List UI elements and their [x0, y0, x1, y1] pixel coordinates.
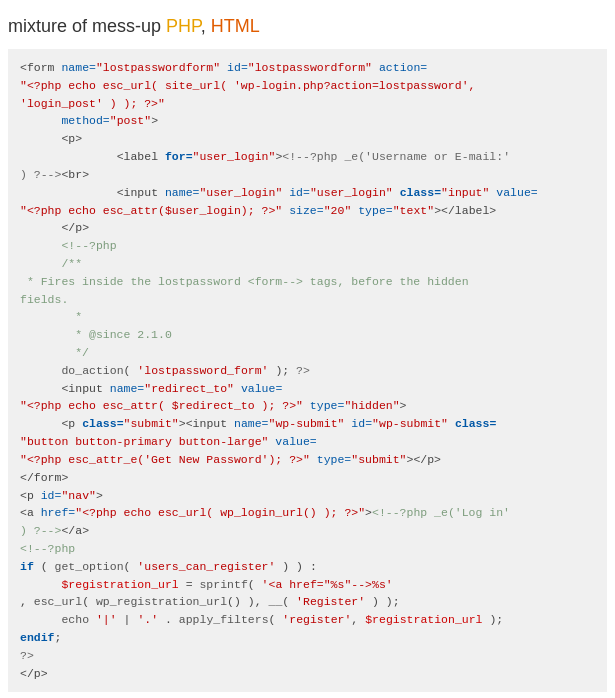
code-line: <p class="submit"><input name="wp-submit…: [20, 415, 595, 433]
code-line: <input name="user_login" id="user_login"…: [20, 184, 595, 202]
code-line: <!--?php: [20, 540, 595, 558]
code-line: $registration_url = sprintf( '<a href="%…: [20, 576, 595, 594]
code-line: do_action( 'lostpassword_form' ); ?>: [20, 362, 595, 380]
php-label: PHP: [166, 16, 201, 36]
code-line: * Fires inside the lostpassword <form-->…: [20, 273, 595, 291]
code-line: 'login_post' ) ); ?>": [20, 95, 595, 113]
code-line: , esc_url( wp_registration_url() ), __( …: [20, 593, 595, 611]
code-block: <form name="lostpasswordform" id="lostpa…: [8, 49, 607, 692]
code-line: <a href="<?php echo esc_url( wp_login_ur…: [20, 504, 595, 522]
code-line: ) ?--></a>: [20, 522, 595, 540]
code-line: <p id="nav">: [20, 487, 595, 505]
page-title: mixture of mess-up PHP, HTML: [8, 16, 607, 37]
code-line: <form name="lostpasswordform" id="lostpa…: [20, 59, 595, 77]
code-line: <p>: [20, 130, 595, 148]
html-label: HTML: [211, 16, 260, 36]
code-line: </p>: [20, 665, 595, 683]
code-line: method="post">: [20, 112, 595, 130]
code-line: * @since 2.1.0: [20, 326, 595, 344]
code-line: /**: [20, 255, 595, 273]
code-line: "button button-primary button-large" val…: [20, 433, 595, 451]
code-line: <input name="redirect_to" value=: [20, 380, 595, 398]
code-line: fields.: [20, 291, 595, 309]
code-line: ?>: [20, 647, 595, 665]
code-line: <!--?php: [20, 237, 595, 255]
code-line: echo '|' | '.' . apply_filters( 'registe…: [20, 611, 595, 629]
code-line: endif;: [20, 629, 595, 647]
code-line: <label for="user_login"><!--?php _e('Use…: [20, 148, 595, 166]
code-line: ) ?--><br>: [20, 166, 595, 184]
code-line: if ( get_option( 'users_can_register' ) …: [20, 558, 595, 576]
page-container: mixture of mess-up PHP, HTML <form name=…: [0, 0, 615, 698]
code-line: *: [20, 308, 595, 326]
code-line: </p>: [20, 219, 595, 237]
code-line: "<?php echo esc_attr($user_login); ?>" s…: [20, 202, 595, 220]
code-line: "<?php echo esc_url( site_url( 'wp-login…: [20, 77, 595, 95]
code-line: "<?php echo esc_attr( $redirect_to ); ?>…: [20, 397, 595, 415]
code-line: </form>: [20, 469, 595, 487]
code-line: */: [20, 344, 595, 362]
code-line: "<?php esc_attr_e('Get New Password'); ?…: [20, 451, 595, 469]
